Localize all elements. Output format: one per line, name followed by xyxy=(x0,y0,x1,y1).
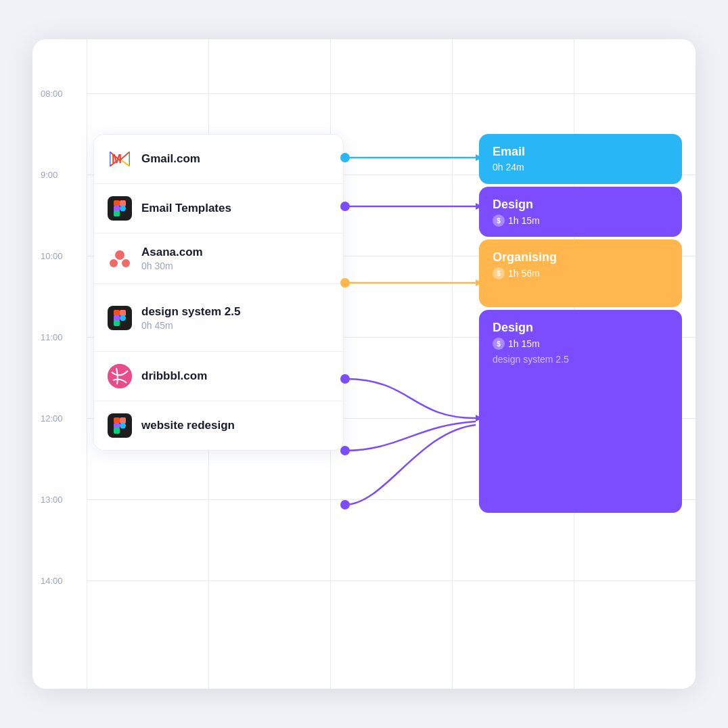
svg-text:M: M xyxy=(112,152,122,166)
coin-icon-3: $ xyxy=(493,338,505,350)
timeblock-organising-duration: 1h 56m xyxy=(508,268,540,279)
timeblock-email[interactable]: Email 0h 24m xyxy=(479,134,682,184)
svg-point-22 xyxy=(120,423,126,429)
time-label-900: 9:00 xyxy=(41,170,58,180)
svg-point-8 xyxy=(120,206,126,212)
time-column: 08:00 9:00 10:00 11:00 12:00 13:00 14:00 xyxy=(32,39,87,689)
activity-dribbbl-title: dribbbl.com xyxy=(141,369,329,383)
asana-icon xyxy=(108,246,132,271)
activity-design-system-content: design system 2.5 0h 45m xyxy=(141,305,329,331)
svg-rect-15 xyxy=(114,320,120,326)
timeblock-email-title: Email xyxy=(493,145,668,159)
activity-dribbbl-content: dribbbl.com xyxy=(141,369,329,383)
timeblock-design-1[interactable]: Design $ 1h 15m xyxy=(479,187,682,237)
activity-website-redesign-title: website redesign xyxy=(141,419,329,432)
h-line-1400 xyxy=(87,581,696,581)
timeblock-design1-meta: $ 1h 15m xyxy=(493,214,668,227)
svg-rect-7 xyxy=(114,210,120,217)
time-label-1200: 12:00 xyxy=(41,413,63,424)
svg-point-16 xyxy=(120,315,126,321)
time-label-1000: 10:00 xyxy=(41,251,63,261)
activity-item-website-redesign[interactable]: website redesign xyxy=(94,401,343,450)
svg-point-10 xyxy=(110,259,118,267)
timeblock-design-2[interactable]: Design $ 1h 15m design system 2.5 xyxy=(479,310,682,513)
activity-gmail-title: Gmail.com xyxy=(141,152,329,166)
timeblock-panel: Email 0h 24m Design $ 1h 15m Organising … xyxy=(479,134,682,516)
timeblock-design2-subtitle: design system 2.5 xyxy=(493,354,668,365)
v-line-4 xyxy=(452,39,453,689)
timeblock-email-duration: 0h 24m xyxy=(493,162,524,173)
timeblock-design2-meta: $ 1h 15m xyxy=(493,338,668,350)
v-line-1 xyxy=(87,39,87,689)
coin-icon-2: $ xyxy=(493,267,505,279)
activity-website-redesign-content: website redesign xyxy=(141,419,329,432)
time-label-1400: 14:00 xyxy=(41,576,63,586)
activity-gmail-content: Gmail.com xyxy=(141,152,329,166)
time-label-1300: 13:00 xyxy=(41,495,63,505)
svg-point-17 xyxy=(108,364,132,388)
activity-item-asana[interactable]: Asana.com 0h 30m xyxy=(94,233,343,284)
activity-email-templates-content: Email Templates xyxy=(141,202,329,215)
svg-point-9 xyxy=(115,250,124,260)
timeblock-design2-duration: 1h 15m xyxy=(508,338,540,349)
activity-panel: M Gmail.com Email Templates xyxy=(93,134,344,451)
svg-rect-21 xyxy=(114,428,120,434)
timeblock-organising[interactable]: Organising $ 1h 56m xyxy=(479,240,682,307)
figma-icon-2 xyxy=(108,306,132,330)
activity-asana-duration: 0h 30m xyxy=(141,260,329,271)
activity-design-system-title: design system 2.5 xyxy=(141,305,329,319)
svg-rect-4 xyxy=(114,200,120,206)
timeblock-design1-duration: 1h 15m xyxy=(508,215,540,226)
figma-icon-3 xyxy=(108,413,132,438)
time-label-1100: 11:00 xyxy=(41,332,63,342)
activity-item-dribbbl[interactable]: dribbbl.com xyxy=(94,352,343,401)
svg-point-11 xyxy=(122,259,130,267)
calendar-container: 08:00 9:00 10:00 11:00 12:00 13:00 14:00… xyxy=(32,39,696,689)
timeblock-organising-title: Organising xyxy=(493,250,668,265)
svg-rect-18 xyxy=(114,417,120,424)
time-label-800: 08:00 xyxy=(41,89,63,99)
activity-asana-title: Asana.com xyxy=(141,246,329,259)
h-line-800 xyxy=(87,93,696,94)
activity-email-templates-title: Email Templates xyxy=(141,202,329,215)
activity-asana-content: Asana.com 0h 30m xyxy=(141,246,329,271)
figma-icon-1 xyxy=(108,196,132,221)
coin-icon-1: $ xyxy=(493,214,505,227)
gmail-icon: M xyxy=(108,147,132,171)
timeblock-design2-title: Design xyxy=(493,321,668,335)
timeblock-organising-meta: $ 1h 56m xyxy=(493,267,668,279)
timeblock-design1-title: Design xyxy=(493,198,668,212)
svg-rect-12 xyxy=(114,310,120,316)
dribbbl-icon xyxy=(108,364,132,388)
activity-item-email-templates[interactable]: Email Templates xyxy=(94,184,343,233)
activity-item-gmail[interactable]: M Gmail.com xyxy=(94,135,343,184)
activity-item-design-system[interactable]: design system 2.5 0h 45m xyxy=(94,284,343,352)
timeblock-email-meta: 0h 24m xyxy=(493,162,668,173)
activity-design-system-duration: 0h 45m xyxy=(141,320,329,331)
